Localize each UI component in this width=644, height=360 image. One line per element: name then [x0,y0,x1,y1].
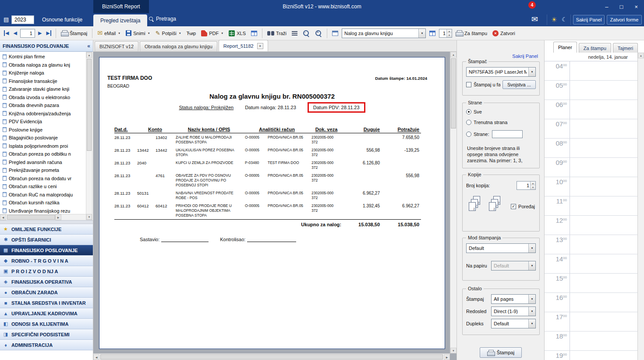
sidebar-tree-item[interactable]: Knjiženje naloga [0,69,86,77]
sign-button[interactable]: ✎ Potpiši▼ [154,29,183,37]
scrollbar-thumb[interactable] [7,215,55,220]
spin-up-icon[interactable]: ▲ [447,29,452,33]
prev-page-button[interactable]: ◀ [12,29,18,37]
sidebar-tree-item[interactable]: Obrada naloga za glavnu knj [0,61,86,69]
sidebar-vertical-scrollbar[interactable]: ▲ ▼ [86,52,92,220]
sidebar-section[interactable]: ◆ROBNO - T R G O V I N A [0,256,93,266]
close-report-button[interactable]: × Zatvori [491,29,517,38]
grid-view-button[interactable] [249,29,259,37]
scroll-down-icon[interactable]: ▼ [450,348,456,353]
sidebar-tree-item[interactable]: Utvrđivanje finansijskog rezu [0,207,86,214]
sidebar-tree-item[interactable]: Obrada izvoda u elektronsko [0,93,86,102]
sidebar-section[interactable]: ◧ODNOSI SA KLIJENTIMA [0,319,93,329]
titlebar-report-tab[interactable]: BizniSoft Report [93,0,149,13]
tab-pregled-izvestaja[interactable]: Pregled izveštaja [93,14,147,26]
scrollbar-thumb[interactable] [100,354,443,360]
duplex-select[interactable]: Default ▼ [491,319,536,328]
sidebar-tree-item[interactable]: Obračun poreza na dodatu vr [0,175,86,183]
collate-checkbox[interactable] [511,204,516,209]
sidebar-tree-item[interactable]: Blagajničko poslovanje [0,134,86,142]
hour-slot[interactable] [570,331,637,350]
page-number-input[interactable]: 1 [20,29,35,38]
sidebar-section[interactable]: ■STALNA SREDSTVA I INVENTAR [0,298,93,308]
sidebar-section[interactable]: ✱OPŠTI ŠIFARNICI [0,235,93,245]
print-mode-select[interactable]: Default ▼ [466,243,536,253]
page-range-radio[interactable] [466,132,471,137]
all-pages-radio[interactable] [466,109,471,114]
print-button[interactable]: Štampaj [480,347,522,358]
hour-slot[interactable] [570,61,637,80]
sidebar-section[interactable]: ▲UPRAVLJANJE KADROVIMA [0,308,93,319]
search-button[interactable]: Traži [265,29,288,37]
close-button[interactable]: × [634,4,638,10]
sidebar-tree-item[interactable]: Obrada dnevnih pazara [0,101,86,110]
copies-stepper[interactable]: 1 ▲▼ [517,181,536,190]
first-page-button[interactable]: ◀ [3,29,10,37]
close-forms-button[interactable]: Zatvori forme [607,15,642,25]
scroll-up-icon[interactable]: ▲ [638,53,644,58]
viewer-vertical-scrollbar[interactable]: ▲ ▼ [450,52,456,353]
minimize-button[interactable]: – [605,4,608,10]
sidebar-tree-item[interactable]: Finansijske transakcije [0,77,86,86]
mail-icon[interactable]: ✉ [531,15,538,24]
cyrillic-toggle-button[interactable]: Ћир [185,29,198,37]
tab-tajmeri[interactable]: Tajmeri [613,43,638,53]
hour-slot[interactable] [570,100,637,119]
hour-slot[interactable] [570,274,637,292]
scroll-right-icon[interactable]: ▶ [55,214,61,220]
tab-obrada-naloga[interactable]: Obrada naloga za glavnu knjigu [140,41,217,51]
viewer-horizontal-scrollbar[interactable]: ◀ ▶ [93,353,450,360]
xls-export-button[interactable]: XLS [227,29,248,38]
sidebar-section[interactable]: ●OBRAČUN ZARADA [0,287,93,298]
hide-panel-button[interactable]: Sakrij Panel [573,15,605,25]
save-button[interactable]: Snimi▼ [124,29,152,37]
sidebar-tree-item[interactable]: Obračun kursnih razlika [0,199,86,207]
hour-slot[interactable] [570,158,637,177]
sidebar-tree-item[interactable]: Isplata poljoprivrednom proi [0,142,86,150]
print-to-file-checkbox[interactable] [466,82,471,87]
report-type-select[interactable]: Nalog za glavnu knjigu ▼ [342,29,426,38]
printer-select[interactable]: NPI75FA35 (HP LaserJet M ▼ [466,67,536,77]
tab-biznisoft-v12[interactable]: BIZNISOFT v12 [95,41,138,51]
hour-slot[interactable] [570,119,637,138]
sidebar-tree-item[interactable]: PDV Evidencija [0,118,86,126]
sidebar-section[interactable]: ◈FINANSIJSKA OPERATIVA [0,277,93,287]
sidebar-tree-item[interactable]: Kontni plan firme [0,53,86,61]
sidebar-tree-item[interactable]: Obračun RuC na maloprodaju [0,191,86,199]
hour-slot[interactable] [570,216,637,235]
hide-print-panel-link[interactable]: Sakrij Panel [512,53,538,59]
sidebar-tree-item[interactable]: Pregled avansnih računa [0,158,86,167]
sidebar-tree-item[interactable]: Obračun razlike u ceni [0,182,86,191]
hour-slot[interactable] [570,81,637,100]
light-theme-icon[interactable]: ☀ [551,16,557,24]
spin-down-icon[interactable]: ▼ [447,33,452,37]
tab-za-stampu[interactable]: Za štampu [579,43,611,53]
order-select[interactable]: Direct (1-9) ▼ [491,307,536,316]
sidebar-tree-item[interactable]: Preknjižavanje prometa [0,166,86,175]
zoom-out-button[interactable]: - [301,29,311,38]
page-range-input[interactable] [492,130,523,138]
sidebar-horizontal-scrollbar[interactable]: ◀ ▶ [0,214,86,220]
menu-osnovne-funkcije[interactable]: Osnovne funkcije [42,17,82,23]
sidebar-section[interactable]: ▣P R O I Z V O D NJ A [0,266,93,277]
sidebar-tree-item[interactable]: Obračun poreza po odbitku n [0,150,86,158]
report-template-button[interactable] [330,29,340,37]
hour-slot[interactable] [570,196,637,215]
report-params-button[interactable] [428,29,437,37]
scroll-down-icon[interactable]: ▼ [86,214,92,220]
hour-slot[interactable] [570,254,637,273]
scrollbar-thumb[interactable] [451,58,456,128]
hour-slot[interactable] [570,177,637,196]
scroll-right-icon[interactable]: ▶ [444,354,450,360]
spin-down-icon[interactable]: ▼ [531,185,535,189]
email-button[interactable]: ✉ eMail▼ [96,29,122,37]
close-tab-icon[interactable]: × [257,43,263,49]
sidebar-header[interactable]: FINANSIJSKO POSLOVANJE « [0,40,93,52]
properties-button[interactable]: Svojstva ... [502,80,536,89]
sidebar-section[interactable]: ★OMILJENE FUNKCIJE [0,224,93,235]
hour-slot[interactable] [570,293,637,312]
scroll-up-icon[interactable]: ▲ [450,52,456,57]
thumbnails-button[interactable] [290,29,299,37]
scrollbar-thumb[interactable] [87,59,92,151]
sidebar-section[interactable]: ▦FINANSIJSKO POSLOVANJE [0,245,93,256]
